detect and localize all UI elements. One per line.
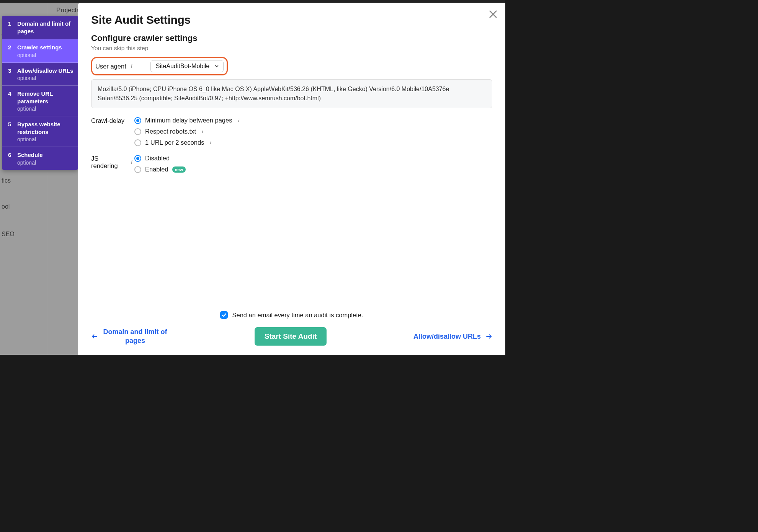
step-domain-limit[interactable]: 1 Domain and limit of pages <box>2 16 78 39</box>
radio-label: Minimum delay between pages <box>145 117 232 124</box>
modal-subtitle: Configure crawler settings <box>91 33 492 43</box>
next-step-link[interactable]: Allow/disallow URLs <box>413 333 492 341</box>
prev-step-label: Domain and limit of pages <box>103 328 168 346</box>
step-title: Remove URL parameters <box>17 90 74 105</box>
prev-step-link[interactable]: Domain and limit of pages <box>91 328 168 346</box>
step-number: 5 <box>8 121 17 128</box>
close-button[interactable] <box>488 9 498 20</box>
arrow-right-icon <box>485 333 492 340</box>
user-agent-string: Mozilla/5.0 (iPhone; CPU iPhone OS 6_0 l… <box>91 79 492 108</box>
step-optional: optional <box>17 52 74 58</box>
radio-label: Enabled <box>145 166 168 173</box>
js-option-enabled[interactable]: Enabled new <box>134 166 186 173</box>
step-optional: optional <box>17 75 74 81</box>
step-optional: optional <box>17 106 74 112</box>
step-title: Bypass website restrictions <box>17 121 74 135</box>
step-title: Schedule <box>17 151 74 159</box>
step-title: Domain and limit of pages <box>17 20 74 35</box>
radio-icon <box>134 128 141 135</box>
step-bypass-restrictions[interactable]: 5 Bypass website restrictions optional <box>2 116 78 147</box>
modal-title: Site Audit Settings <box>91 13 492 26</box>
start-audit-button[interactable]: Start Site Audit <box>255 327 327 346</box>
step-crawler-settings[interactable]: 2 Crawler settings optional <box>2 39 78 63</box>
js-option-disabled[interactable]: Disabled <box>134 155 186 162</box>
info-icon[interactable]: i <box>129 160 134 165</box>
info-icon[interactable]: i <box>208 140 213 145</box>
step-title: Crawler settings <box>17 44 74 51</box>
next-step-label: Allow/disallow URLs <box>413 333 481 341</box>
email-label: Send an email every time an audit is com… <box>232 312 363 319</box>
user-agent-value: SiteAuditBot-Mobile <box>156 63 210 69</box>
crawl-delay-option-1per2[interactable]: 1 URL per 2 seconds i <box>134 139 241 146</box>
step-allow-disallow[interactable]: 3 Allow/disallow URLs optional <box>2 63 78 86</box>
arrow-left-icon <box>91 333 98 340</box>
step-number: 2 <box>8 44 17 51</box>
radio-icon <box>134 139 141 146</box>
radio-icon <box>134 166 141 173</box>
email-checkbox[interactable] <box>220 311 228 319</box>
step-number: 6 <box>8 151 17 159</box>
js-rendering-label: JS rendering <box>91 155 126 170</box>
radio-icon <box>134 117 141 124</box>
radio-label: 1 URL per 2 seconds <box>145 139 204 146</box>
step-remove-params[interactable]: 4 Remove URL parameters optional <box>2 86 78 116</box>
settings-modal: Site Audit Settings Configure crawler se… <box>78 3 505 355</box>
step-optional: optional <box>17 160 74 166</box>
step-number: 1 <box>8 20 17 28</box>
user-agent-select[interactable]: SiteAuditBot-Mobile <box>150 60 224 72</box>
user-agent-label: User agent <box>95 63 126 70</box>
radio-label: Respect robots.txt <box>145 128 196 135</box>
step-number: 4 <box>8 90 17 98</box>
crawl-delay-label: Crawl-delay <box>91 117 124 124</box>
step-optional: optional <box>17 136 74 142</box>
settings-stepper: 1 Domain and limit of pages 2 Crawler se… <box>2 16 78 170</box>
step-title: Allow/disallow URLs <box>17 67 74 75</box>
radio-icon <box>134 155 141 162</box>
new-badge: new <box>172 166 186 173</box>
info-icon[interactable]: i <box>236 118 241 123</box>
crawl-delay-option-robots[interactable]: Respect robots.txt i <box>134 128 241 135</box>
crawl-delay-option-minimum[interactable]: Minimum delay between pages i <box>134 117 241 124</box>
radio-label: Disabled <box>145 155 170 162</box>
info-icon[interactable]: i <box>129 64 134 69</box>
info-icon[interactable]: i <box>200 129 205 134</box>
user-agent-label-wrap: User agent i <box>95 63 134 70</box>
step-schedule[interactable]: 6 Schedule optional <box>2 147 78 170</box>
chevron-down-icon <box>214 64 219 69</box>
user-agent-highlight: User agent i SiteAuditBot-Mobile <box>91 57 228 75</box>
step-number: 3 <box>8 67 17 75</box>
modal-skip-hint: You can skip this step <box>91 45 492 52</box>
